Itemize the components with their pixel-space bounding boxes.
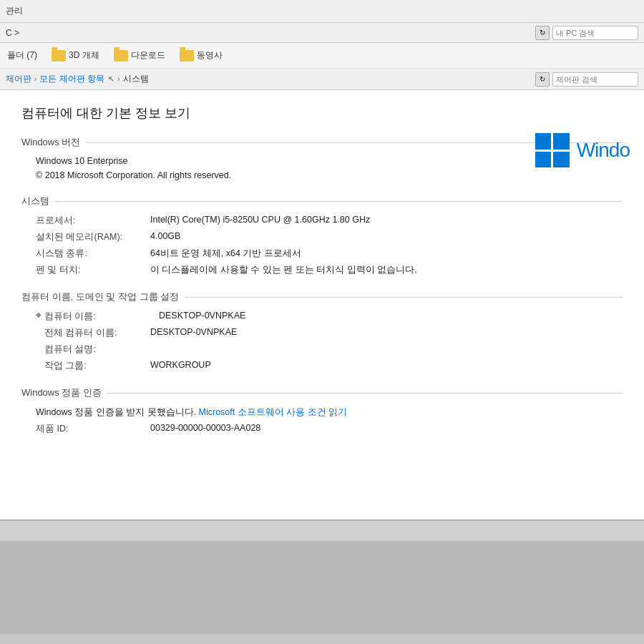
win-square-tl xyxy=(535,133,552,150)
windows-version-title: Windows 버전 xyxy=(21,136,80,149)
activation-header: Windows 정품 인증 xyxy=(21,386,623,399)
computer-name-value: DESKTOP-0VNPKAE xyxy=(159,311,245,321)
system-line xyxy=(55,201,623,202)
activation-section: Windows 정품 인증 Windows 정품 인증을 받지 못했습니다. M… xyxy=(21,386,623,435)
full-name-row: 전체 컴퓨터 이름: DESKTOP-0VNPKAE xyxy=(21,327,623,339)
computer-name-label: 컴퓨터 이름: xyxy=(44,311,159,323)
cursor-icon: ↖ xyxy=(108,74,114,84)
product-id-value: 00329-00000-00003-AA028 xyxy=(150,423,260,433)
computer-name-title: 컴퓨터 이름, 도메인 및 작업 그룹 설정 xyxy=(21,291,179,303)
processor-value: Intel(R) Core(TM) i5-8250U CPU @ 1.60GHz… xyxy=(150,215,370,225)
win-square-br xyxy=(553,152,570,168)
activation-status-row: Windows 정품 인증을 받지 못했습니다. Microsoft 소프트웨어… xyxy=(21,406,623,419)
folder-item-3d[interactable]: 3D 개체 xyxy=(52,49,99,62)
folder-item-videos[interactable]: 동영사 xyxy=(180,49,223,62)
system-section: 시스템 프로세서: Intel(R) Core(TM) i5-8250U CPU… xyxy=(21,195,623,276)
address-path: C > xyxy=(6,28,535,38)
breadcrumb-all-items-label: 모든 제어판 항목 xyxy=(39,74,104,84)
breadcrumb-sep-2: › xyxy=(117,75,119,83)
breadcrumb-right: ↻ xyxy=(535,72,638,87)
folder-label-videos: 동영사 xyxy=(197,49,223,62)
desk-surface xyxy=(0,519,644,541)
windows-logo-grid xyxy=(535,133,570,167)
computer-name-section: 컴퓨터 이름, 도메인 및 작업 그룹 설정 ◆ 컴퓨터 이름: DESKTOP… xyxy=(21,291,623,372)
win-square-bl xyxy=(535,152,552,168)
breadcrumb-refresh-button[interactable]: ↻ xyxy=(535,72,550,87)
folder-icon-videos xyxy=(180,50,194,62)
processor-label: 프로세서: xyxy=(36,215,150,227)
system-type-label: 시스템 종류: xyxy=(36,248,150,260)
breadcrumb-sep-1: › xyxy=(34,75,36,83)
workgroup-value: WORKGROUP xyxy=(150,360,211,370)
activation-title: Windows 정품 인증 xyxy=(21,386,102,399)
address-bar: C > ↻ xyxy=(0,23,644,43)
system-type-row: 시스템 종류: 64비트 운영 체제, x64 기반 프로세서 xyxy=(21,248,623,260)
full-name-label: 전체 컴퓨터 이름: xyxy=(36,327,150,339)
main-content: Windo 컴퓨터에 대한 기본 정보 보기 Windows 버전 Window… xyxy=(0,90,644,519)
page-title: 컴퓨터에 대한 기본 정보 보기 xyxy=(21,104,623,122)
windows-logo-text: Windo xyxy=(577,139,630,162)
breadcrumb-system: 시스템 xyxy=(123,73,149,85)
control-panel-search-input[interactable] xyxy=(552,72,638,87)
system-header: 시스템 xyxy=(21,195,623,208)
pen-touch-value: 이 디스플레이에 사용할 수 있는 펜 또는 터치식 입력이 없습니다. xyxy=(150,264,417,276)
folder-item-downloads[interactable]: 다운로드 xyxy=(114,49,165,62)
activation-line xyxy=(107,393,623,394)
breadcrumb-control-panel[interactable]: 제어판 xyxy=(6,73,31,85)
bullet-icon: ◆ xyxy=(36,311,42,318)
breadcrumb-bar: 제어판 › 모든 제어판 항목 ↖ › 시스템 ↻ xyxy=(0,69,644,90)
windows-logo: Windo xyxy=(535,133,630,167)
system-type-value: 64비트 운영 체제, x64 기반 프로세서 xyxy=(150,248,301,260)
folder-label-3d: 3D 개체 xyxy=(69,49,99,62)
computer-name-header: 컴퓨터 이름, 도메인 및 작업 그룹 설정 xyxy=(21,291,623,303)
pen-touch-label: 펜 및 터치: xyxy=(36,264,150,276)
description-row: 컴퓨터 설명: xyxy=(21,343,623,356)
folder-label-downloads: 다운로드 xyxy=(131,49,165,62)
copyright-row: © 2018 Microsoft Corporation. All rights… xyxy=(21,170,623,180)
description-label: 컴퓨터 설명: xyxy=(36,343,150,356)
os-name-row: Windows 10 Enterprise xyxy=(21,156,623,166)
activation-link[interactable]: Microsoft 소프트웨어 사용 조건 읽기 xyxy=(199,406,348,419)
folder-icon-3d xyxy=(52,50,66,62)
bottom-area xyxy=(0,519,644,634)
win-square-tr xyxy=(553,133,570,150)
folder-row: 폴더 (7) 3D 개체 다운로드 동영사 xyxy=(0,43,644,69)
memory-value: 4.00GB xyxy=(150,231,180,241)
processor-row: 프로세서: Intel(R) Core(TM) i5-8250U CPU @ 1… xyxy=(21,215,623,227)
copyright-value: © 2018 Microsoft Corporation. All rights… xyxy=(36,170,231,180)
product-id-label: 제품 ID: xyxy=(36,423,150,435)
product-id-row: 제품 ID: 00329-00000-00003-AA028 xyxy=(21,423,623,435)
management-title: 관리 xyxy=(6,5,23,17)
windows-version-header: Windows 버전 xyxy=(21,136,623,149)
breadcrumb-all-items[interactable]: 모든 제어판 항목 ↖ xyxy=(39,73,114,85)
computer-name-line xyxy=(185,297,623,298)
workgroup-row: 작업 그룹: WORKGROUP xyxy=(21,360,623,372)
folder-icon-downloads xyxy=(114,50,128,62)
top-management-bar: 관리 xyxy=(0,0,644,23)
full-name-value: DESKTOP-0VNPKAE xyxy=(150,327,237,337)
memory-label: 설치된 메모리(RAM): xyxy=(36,231,150,243)
system-title: 시스템 xyxy=(21,195,49,208)
address-right: ↻ xyxy=(535,26,638,40)
activation-status-text: Windows 정품 인증을 받지 못했습니다. xyxy=(36,406,196,419)
workgroup-label: 작업 그룹: xyxy=(36,360,150,372)
pen-touch-row: 펜 및 터치: 이 디스플레이에 사용할 수 있는 펜 또는 터치식 입력이 없… xyxy=(21,264,623,276)
refresh-button[interactable]: ↻ xyxy=(535,26,550,40)
os-name-value: Windows 10 Enterprise xyxy=(36,156,128,166)
memory-row: 설치된 메모리(RAM): 4.00GB xyxy=(21,231,623,243)
search-input[interactable] xyxy=(552,26,638,40)
computer-name-row: ◆ 컴퓨터 이름: DESKTOP-0VNPKAE xyxy=(21,311,623,323)
folder-count-label: 폴더 (7) xyxy=(7,49,37,62)
windows-version-section: Windows 버전 Windows 10 Enterprise © 2018 … xyxy=(21,136,623,180)
